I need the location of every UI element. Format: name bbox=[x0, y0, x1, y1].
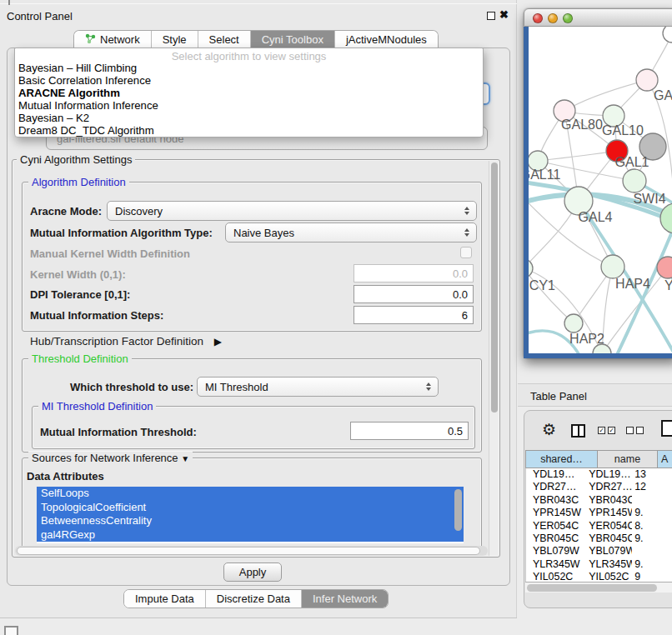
combo-stepper-icon bbox=[424, 382, 433, 391]
algorithm-option-dream8-dc-tdc-algorithm[interactable]: Dream8 DC_TDC Algorithm bbox=[15, 125, 483, 138]
table-header-row: shared…nameA bbox=[525, 450, 672, 468]
table-row[interactable]: YIL052CYIL052C9 bbox=[526, 571, 672, 582]
tab-discretize-data[interactable]: Discretize Data bbox=[205, 590, 301, 608]
table-horizontal-scrollbar[interactable] bbox=[525, 582, 672, 592]
mi-algorithm-type-label: Mutual Information Algorithm Type: bbox=[30, 227, 213, 239]
table-row[interactable]: YLR345WYLR345W9. bbox=[526, 558, 672, 571]
table-cell bbox=[632, 494, 672, 507]
list-vertical-scrollbar[interactable] bbox=[454, 489, 462, 538]
node-hap4[interactable] bbox=[601, 255, 624, 278]
node-hap2[interactable] bbox=[564, 314, 583, 332]
settings-horizontal-scrollbar[interactable] bbox=[15, 546, 488, 556]
scrollbar-thumb[interactable] bbox=[491, 162, 498, 412]
select-all-checkboxes-icon[interactable]: ✓✓ bbox=[598, 427, 615, 434]
attribute-item-selfloops[interactable]: SelfLoops bbox=[37, 487, 464, 501]
data-attributes-list[interactable]: SelfLoopsTopologicalCoefficientBetweenne… bbox=[37, 487, 464, 543]
settings-gear-icon[interactable]: ⚙ bbox=[542, 422, 556, 438]
table-row[interactable]: YBR045CYBR045C9. bbox=[526, 532, 672, 545]
node-big-green[interactable] bbox=[660, 203, 672, 233]
mi-steps-label: Mutual Information Steps: bbox=[30, 309, 163, 322]
tab-network[interactable]: Network bbox=[74, 31, 151, 48]
mi-threshold-definition-title: MI Threshold Definition bbox=[38, 400, 156, 412]
node-gcy1[interactable] bbox=[529, 259, 533, 278]
algorithm-option-bayesian-hill-climbing[interactable]: Bayesian – Hill Climbing bbox=[15, 62, 483, 75]
scrollbar-thumb[interactable] bbox=[17, 547, 480, 555]
bottom-tab-bar: Impute DataDiscretize DataInfer Network bbox=[123, 589, 389, 608]
tab-impute-data[interactable]: Impute Data bbox=[124, 590, 205, 608]
algorithm-option-aracne-algorithm[interactable]: ARACNE Algorithm bbox=[15, 88, 483, 100]
scrollbar-thumb[interactable] bbox=[527, 584, 657, 592]
column-header-name[interactable]: name bbox=[598, 451, 658, 468]
which-threshold-combo[interactable]: MI Threshold bbox=[197, 377, 439, 397]
table-row[interactable]: YBR043CYBR043C bbox=[526, 494, 672, 507]
tab-label: Select bbox=[209, 33, 239, 46]
deselect-all-checkboxes-icon[interactable] bbox=[626, 427, 644, 434]
sources-toggle[interactable]: Sources for Network Inference ▼ bbox=[28, 452, 193, 464]
apply-button[interactable]: Apply bbox=[223, 562, 282, 582]
table-cell: YBR043C bbox=[584, 494, 632, 507]
panel-bottom-divider bbox=[0, 618, 517, 618]
table-cell: 12 bbox=[632, 481, 672, 493]
attribute-item-topologicalcoefficient[interactable]: TopologicalCoefficient bbox=[37, 501, 464, 515]
tab-jactivemnodules[interactable]: jActiveMNodules bbox=[334, 31, 438, 48]
mi-algorithm-type-combo[interactable]: Naive Bayes bbox=[225, 222, 477, 242]
minimize-traffic-light[interactable] bbox=[548, 13, 558, 23]
algorithm-option-basic-correlation-inference[interactable]: Basic Correlation Inference bbox=[15, 75, 483, 88]
table-cell: 9. bbox=[632, 532, 672, 545]
attribute-item-betweennesscentrality[interactable]: BetweennessCentrality bbox=[37, 514, 464, 528]
minimized-panel-icon[interactable] bbox=[4, 626, 18, 635]
network-canvas[interactable]: GAL7GAL80GAL10GAL1GAL11SWI4GAL4GCY1HAP4Y… bbox=[529, 27, 672, 353]
table-row[interactable]: YDL19…YDL19…13 bbox=[526, 468, 672, 481]
kernel-width-field[interactable]: 0.0 bbox=[354, 264, 474, 282]
tab-infer-network[interactable]: Infer Network bbox=[301, 590, 388, 608]
kernel-width-label: Kernel Width (0,1): bbox=[30, 268, 126, 281]
settings-vertical-scrollbar[interactable] bbox=[489, 161, 499, 556]
scrollbar-thumb[interactable] bbox=[454, 489, 462, 531]
table-row[interactable]: YPR145WYPR145W9. bbox=[526, 507, 672, 519]
column-layout-icon[interactable] bbox=[571, 424, 585, 438]
manual-kernel-width-label: Manual Kernel Width Definition bbox=[30, 248, 190, 260]
network-window-titlebar[interactable] bbox=[524, 8, 672, 27]
column-header-shared[interactable]: shared… bbox=[526, 451, 598, 468]
close-panel-icon[interactable]: ✖ bbox=[499, 8, 509, 21]
table-cell: YPR145W bbox=[526, 507, 584, 519]
mi-threshold-field[interactable]: 0.5 bbox=[350, 422, 469, 440]
table-row[interactable]: YDR27…YDR27…12 bbox=[526, 481, 672, 493]
document-icon[interactable] bbox=[661, 420, 672, 437]
table-cell: YDR27… bbox=[526, 481, 584, 493]
table-cell: YDL19… bbox=[584, 468, 632, 481]
table-row[interactable]: YER054CYER054C8. bbox=[526, 520, 672, 532]
cyni-algorithm-settings-title: Cyni Algorithm Settings bbox=[17, 153, 135, 166]
hub-tf-definition-toggle[interactable]: Hub/Transcription Factor Definition ▶ bbox=[30, 335, 222, 348]
table-row[interactable]: YBL079WYBL079W bbox=[526, 545, 672, 558]
float-window-icon[interactable] bbox=[487, 12, 495, 20]
tab-cyni-toolbox[interactable]: Cyni Toolbox bbox=[250, 31, 334, 48]
algorithm-option-bayesian-k2[interactable]: Bayesian – K2 bbox=[15, 112, 483, 125]
tab-select[interactable]: Select bbox=[198, 31, 250, 48]
node-label-hap2: HAP2 bbox=[569, 332, 604, 346]
attribute-item-gal4rgexp[interactable]: gal4RGexp bbox=[37, 528, 464, 542]
table-cell: 8. bbox=[632, 520, 672, 532]
kernel-width-value: 0.0 bbox=[453, 268, 468, 280]
aracne-mode-combo[interactable]: Discovery bbox=[107, 201, 477, 221]
combo-stepper-icon bbox=[463, 207, 471, 215]
mi-threshold-label: Mutual Information Threshold: bbox=[40, 426, 197, 438]
node-gal1[interactable] bbox=[623, 169, 646, 192]
tab-label: Style bbox=[163, 33, 187, 46]
algorithm-dropdown-list[interactable]: Select algorithm to view settings Bayesi… bbox=[14, 48, 484, 138]
dpi-tolerance-field[interactable]: 0.0 bbox=[354, 285, 474, 303]
table-cell: YPR145W bbox=[584, 507, 632, 519]
manual-kernel-width-checkbox[interactable] bbox=[460, 247, 472, 258]
algorithm-option-mutual-information-inference[interactable]: Mutual Information Inference bbox=[15, 100, 483, 112]
node-partial-top[interactable] bbox=[663, 27, 672, 42]
apply-button-label: Apply bbox=[239, 566, 267, 578]
close-traffic-light[interactable] bbox=[533, 13, 543, 23]
tab-label: Cyni Toolbox bbox=[262, 33, 323, 46]
tab-style[interactable]: Style bbox=[151, 31, 198, 48]
table-cell: YBR045C bbox=[526, 532, 584, 545]
mi-steps-field[interactable]: 6 bbox=[354, 306, 474, 324]
table-cell: YER054C bbox=[526, 520, 584, 532]
column-header-a[interactable]: A bbox=[658, 451, 672, 468]
main-tab-bar: NetworkStyleSelectCyni ToolboxjActiveMNo… bbox=[73, 30, 439, 48]
zoom-traffic-light[interactable] bbox=[563, 13, 573, 23]
